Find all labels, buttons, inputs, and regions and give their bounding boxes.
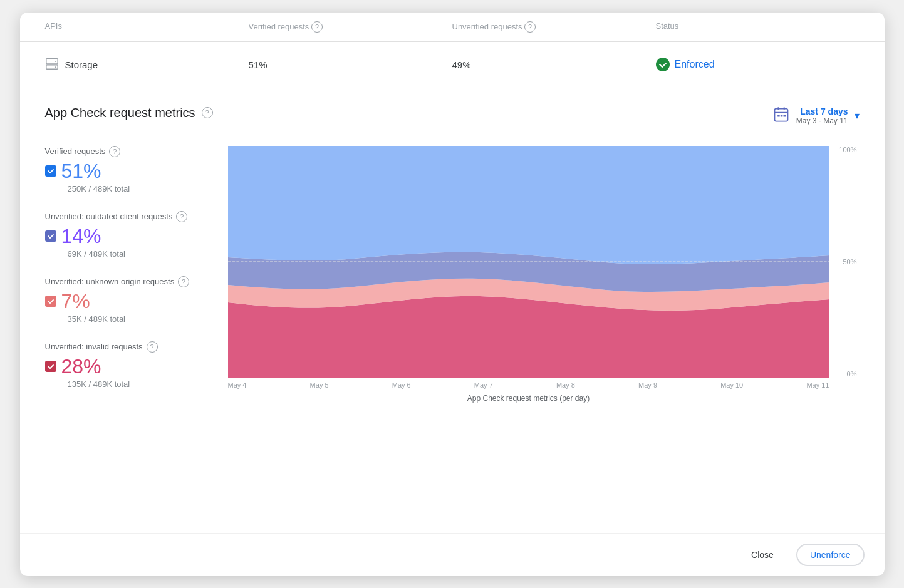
svg-point-2 — [55, 60, 56, 61]
legend-checkbox-outdated[interactable] — [45, 230, 56, 242]
col-apis: APIs — [45, 21, 249, 33]
legend-checkbox-unknown[interactable] — [45, 296, 56, 307]
legend-pct-invalid: 28% — [45, 355, 208, 378]
col-status: Status — [656, 21, 860, 33]
x-label: May 5 — [310, 381, 329, 389]
x-label: May 8 — [556, 381, 575, 389]
svg-rect-8 — [777, 115, 780, 117]
x-label: May 11 — [806, 381, 829, 389]
unenforce-button[interactable]: Unenforce — [796, 544, 865, 566]
legend-pct-verified: 51% — [45, 160, 208, 183]
x-label: May 9 — [638, 381, 657, 389]
svg-rect-10 — [783, 115, 786, 117]
legend-sub-outdated: 69K / 489K total — [68, 249, 208, 259]
legend-pct-unknown: 7% — [45, 290, 208, 313]
legend-pct-outdated: 14% — [45, 225, 208, 248]
chart-container: 100% 50% 0% May 4May 5May 6May 7May 8May… — [228, 146, 860, 406]
close-button[interactable]: Close — [739, 545, 786, 565]
footer: Close Unenforce — [20, 533, 885, 576]
legend-label-outdated: Unverified: outdated client requests ? — [45, 211, 208, 222]
content-area: Verified requests ? 51% 250K / 489K tota… — [45, 146, 860, 406]
calendar-icon — [772, 106, 790, 126]
x-axis-labels: May 4May 5May 6May 7May 8May 9May 10May … — [228, 381, 829, 389]
help-icon-unknown[interactable]: ? — [178, 276, 189, 287]
metrics-title: App Check request metrics ? — [45, 106, 213, 120]
enforced-check-icon — [656, 58, 670, 71]
table-header: APIs Verified requests ? Unverified requ… — [20, 13, 885, 42]
legend: Verified requests ? 51% 250K / 489K tota… — [45, 146, 208, 406]
date-range-selector[interactable]: Last 7 days May 3 - May 11 ▾ — [772, 106, 860, 126]
chart-area — [228, 146, 829, 378]
svg-point-3 — [55, 66, 56, 68]
x-label: May 6 — [392, 381, 411, 389]
legend-sub-invalid: 135K / 489K total — [68, 379, 208, 389]
verified-help-icon[interactable]: ? — [311, 21, 323, 33]
svg-rect-9 — [781, 115, 783, 117]
legend-sub-verified: 250K / 489K total — [68, 184, 208, 193]
enforced-badge: Enforced — [656, 58, 860, 71]
storage-icon — [45, 57, 59, 73]
metrics-section: App Check request metrics ? — [20, 88, 885, 533]
storage-verified: 51% — [249, 59, 452, 70]
metrics-header: App Check request metrics ? — [45, 106, 860, 126]
chart-title: App Check request metrics (per day) — [228, 394, 829, 403]
x-label: May 4 — [228, 381, 247, 389]
legend-checkbox-invalid[interactable] — [45, 361, 56, 372]
storage-row: Storage 51% 49% Enforced — [20, 42, 885, 88]
main-dialog: APIs Verified requests ? Unverified requ… — [20, 13, 885, 576]
help-icon-outdated[interactable]: ? — [176, 211, 187, 222]
legend-item-verified: Verified requests ? 51% 250K / 489K tota… — [45, 146, 208, 193]
date-range-label: Last 7 days — [796, 106, 848, 116]
legend-label-invalid: Unverified: invalid requests ? — [45, 341, 208, 353]
chevron-down-icon: ▾ — [855, 110, 860, 121]
y-axis-labels: 100% 50% 0% — [832, 146, 860, 378]
x-label: May 10 — [720, 381, 743, 389]
date-range-text: Last 7 days May 3 - May 11 — [796, 106, 848, 125]
col-verified: Verified requests ? — [249, 21, 452, 33]
legend-label-verified: Verified requests ? — [45, 146, 208, 157]
x-label: May 7 — [474, 381, 493, 389]
legend-label-unknown: Unverified: unknown origin requests ? — [45, 276, 208, 287]
storage-unverified: 49% — [452, 59, 656, 70]
unverified-help-icon[interactable]: ? — [524, 21, 536, 33]
metrics-help-icon[interactable]: ? — [202, 107, 213, 118]
legend-checkbox-verified[interactable] — [45, 165, 56, 177]
col-unverified: Unverified requests ? — [452, 21, 656, 33]
help-icon-invalid[interactable]: ? — [147, 341, 158, 353]
legend-sub-unknown: 35K / 489K total — [68, 314, 208, 324]
date-range-sub: May 3 - May 11 — [796, 116, 848, 125]
storage-label: Storage — [45, 57, 249, 73]
legend-item-unknown: Unverified: unknown origin requests ? 7%… — [45, 276, 208, 324]
legend-item-invalid: Unverified: invalid requests ? 28% 135K … — [45, 341, 208, 389]
legend-item-outdated: Unverified: outdated client requests ? 1… — [45, 211, 208, 259]
help-icon-verified[interactable]: ? — [109, 146, 120, 157]
